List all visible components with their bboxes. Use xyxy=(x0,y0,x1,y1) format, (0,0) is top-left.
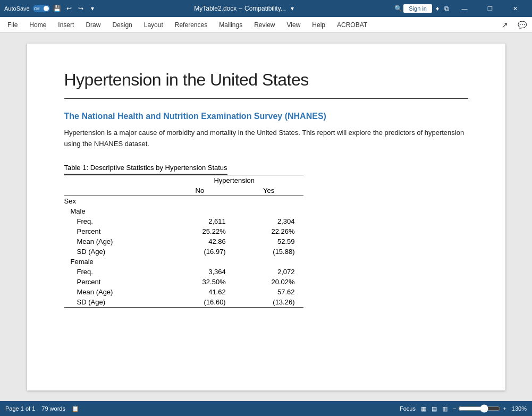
title-bar-left: AutoSave Off 💾 ↩ ↪ ▾ xyxy=(4,4,97,13)
menu-bar-right: ↗ 💬 xyxy=(499,19,530,31)
compat-dropdown-icon[interactable]: ▾ xyxy=(288,4,297,13)
close-button[interactable]: ✕ xyxy=(503,0,528,17)
zoom-slider[interactable] xyxy=(458,404,501,413)
row-val-no: (16.97) xyxy=(165,247,234,257)
row-label: Percent xyxy=(64,226,165,236)
diamond-icon[interactable]: ♦ xyxy=(433,4,442,13)
autosave-toggle[interactable]: Off xyxy=(33,5,50,12)
focus-label[interactable]: Focus xyxy=(400,405,416,412)
table-header-group-row: Hypertension xyxy=(64,175,303,185)
menu-help[interactable]: Help xyxy=(307,19,331,31)
row-label: Freq. xyxy=(64,216,165,226)
table-caption: Table 1: Descriptive Statistics by Hyper… xyxy=(64,164,227,175)
redo-icon[interactable]: ↪ xyxy=(77,4,85,13)
section-heading: The National Health and Nutrition Examin… xyxy=(64,112,468,121)
table-col-no: No xyxy=(165,185,234,196)
search-icon[interactable]: 🔍 xyxy=(394,4,402,13)
table-row: Freq.3,3642,072 xyxy=(64,267,303,277)
table-row: Mean (Age)42.8652.59 xyxy=(64,236,303,247)
proofing-icon[interactable]: 📋 xyxy=(72,405,79,412)
document-area: Hypertension in the United States The Na… xyxy=(0,33,532,401)
menu-review[interactable]: Review xyxy=(249,19,280,31)
menu-references[interactable]: References xyxy=(170,19,213,31)
compat-mode-label: Compatibility... xyxy=(244,5,286,12)
menu-design[interactable]: Design xyxy=(107,19,137,31)
table-row: SD (Age)(16.60)(13.26) xyxy=(64,297,303,308)
menu-layout[interactable]: Layout xyxy=(139,19,168,31)
word-count: 79 words xyxy=(41,405,65,412)
document-title: Hypertension in the United States xyxy=(64,70,468,90)
row-val-yes: 57.62 xyxy=(234,287,303,297)
row-val-no: 32.50% xyxy=(165,277,234,287)
row-label: Percent xyxy=(64,277,165,287)
row-val-yes: (15.88) xyxy=(234,247,303,257)
menu-bar: File Home Insert Draw Design Layout Refe… xyxy=(0,17,532,33)
status-bar-right: Focus ▦ ▤ ▥ − + 130% xyxy=(400,404,527,413)
table-col-label xyxy=(64,185,165,196)
table-header-hypertension: Hypertension xyxy=(165,175,303,185)
zoom-in-icon[interactable]: + xyxy=(503,405,506,412)
restore-down-icon[interactable]: ⧉ xyxy=(443,4,451,13)
row-val-yes: 20.02% xyxy=(234,277,303,287)
row-val-no: 42.86 xyxy=(165,236,234,247)
menu-home[interactable]: Home xyxy=(24,19,52,31)
table-row: Percent32.50%20.02% xyxy=(64,277,303,287)
save-icon[interactable]: 💾 xyxy=(53,4,62,13)
share-icon[interactable]: ↗ xyxy=(499,19,511,31)
layout-icon1[interactable]: ▦ xyxy=(421,405,426,412)
table-body: SexMaleFreq.2,6112,304Percent25.22%22.26… xyxy=(64,196,303,307)
autosave-label: AutoSave xyxy=(4,5,30,12)
table-header-cols-row: No Yes xyxy=(64,185,303,196)
minimize-button[interactable]: — xyxy=(452,0,477,17)
row-val-no xyxy=(165,196,234,206)
restore-button[interactable]: ❐ xyxy=(478,0,502,17)
row-label: SD (Age) xyxy=(64,297,165,308)
document-page: Hypertension in the United States The Na… xyxy=(27,44,505,390)
table-row: Sex xyxy=(64,196,303,206)
table-header-empty xyxy=(64,175,165,185)
table-container: Table 1: Descriptive Statistics by Hyper… xyxy=(64,163,468,308)
menu-file[interactable]: File xyxy=(2,19,23,31)
table-row: Male xyxy=(64,206,303,216)
row-val-no: 2,611 xyxy=(165,216,234,226)
row-val-yes: 52.59 xyxy=(234,236,303,247)
menu-mailings[interactable]: Mailings xyxy=(214,19,248,31)
page-info: Page 1 of 1 xyxy=(5,405,35,412)
table-row: SD (Age)(16.97)(15.88) xyxy=(64,247,303,257)
layout-icon3[interactable]: ▥ xyxy=(442,405,447,412)
customize-icon[interactable]: ▾ xyxy=(88,4,97,13)
title-bar-right: 🔍 Sign in ♦ ⧉ — ❐ ✕ xyxy=(394,0,528,17)
row-val-no xyxy=(165,257,234,267)
table-row: Freq.2,6112,304 xyxy=(64,216,303,226)
menu-view[interactable]: View xyxy=(282,19,306,31)
zoom-level: 130% xyxy=(512,405,527,412)
zoom-out-icon[interactable]: − xyxy=(453,405,456,412)
layout-icon2[interactable]: ▤ xyxy=(432,405,437,412)
row-label: Mean (Age) xyxy=(64,287,165,297)
row-val-yes xyxy=(234,196,303,206)
table-row: Female xyxy=(64,257,303,267)
row-val-no: 25.22% xyxy=(165,226,234,236)
body-text: Hypertension is a major cause of morbidi… xyxy=(64,128,468,150)
filename-label: MyTable2.docx xyxy=(194,5,237,12)
row-val-yes xyxy=(234,257,303,267)
statistics-table: Hypertension No Yes SexMaleFreq.2,6112,3… xyxy=(64,175,303,308)
sign-in-button[interactable]: Sign in xyxy=(403,4,432,13)
row-val-no xyxy=(165,206,234,216)
row-label: Male xyxy=(64,206,165,216)
undo-icon[interactable]: ↩ xyxy=(65,4,73,13)
row-val-no: 3,364 xyxy=(165,267,234,277)
menu-draw[interactable]: Draw xyxy=(80,19,106,31)
row-val-yes: 2,072 xyxy=(234,267,303,277)
menu-acrobat[interactable]: ACROBAT xyxy=(332,19,373,31)
menu-insert[interactable]: Insert xyxy=(53,19,79,31)
row-val-yes: 2,304 xyxy=(234,216,303,226)
row-val-no: 41.62 xyxy=(165,287,234,297)
table-row: Percent25.22%22.26% xyxy=(64,226,303,236)
row-val-yes xyxy=(234,206,303,216)
row-val-yes: 22.26% xyxy=(234,226,303,236)
table-row: Mean (Age)41.6257.62 xyxy=(64,287,303,297)
title-bar-center: MyTable2.docx – Compatibility... ▾ xyxy=(194,4,297,13)
status-bar: Page 1 of 1 79 words 📋 Focus ▦ ▤ ▥ − + 1… xyxy=(0,401,532,416)
comments-icon[interactable]: 💬 xyxy=(514,19,530,31)
